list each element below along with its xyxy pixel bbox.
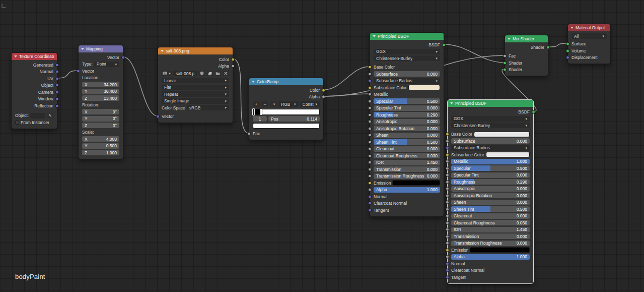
input-socket[interactable] (446, 235, 449, 238)
node-image-texture[interactable]: salt-008.png ColorAlpha ▾ salt-008.png (158, 47, 233, 123)
stop-index-field[interactable]: 1 (253, 116, 267, 122)
input-socket[interactable] (446, 248, 449, 252)
node-wire[interactable] (548, 43, 567, 47)
node-header[interactable]: Material Output (568, 24, 610, 31)
output-socket[interactable] (442, 43, 446, 46)
slider-clearcoat-roughness[interactable]: Clearcoat Roughness0.030 (451, 220, 530, 225)
slider-ior[interactable]: IOR1.450 (374, 160, 440, 165)
input-socket[interactable] (368, 127, 372, 130)
node-wire[interactable] (324, 67, 370, 90)
input-socket[interactable] (446, 275, 449, 279)
node-header[interactable]: ColorRamp (249, 78, 323, 85)
input-socket[interactable] (368, 188, 372, 192)
collapse-triangle-icon[interactable] (161, 50, 164, 52)
input-socket[interactable] (368, 161, 372, 164)
slider-y[interactable]: Y0° (82, 116, 119, 122)
output-socket[interactable] (55, 84, 59, 87)
node-principled-bsdf-1[interactable]: Principled BSDF BSDFGGX▾Christensen-Burl… (370, 32, 444, 217)
remove-stop-button[interactable]: − (261, 101, 268, 107)
input-socket[interactable] (566, 49, 569, 52)
node-header[interactable]: Principled BSDF (370, 33, 444, 40)
input-socket[interactable] (446, 269, 449, 272)
unlink-image-button[interactable] (223, 71, 229, 76)
menu-single-image[interactable]: Single Image▾ (162, 98, 229, 104)
collapse-triangle-icon[interactable] (252, 81, 255, 83)
interpolation-dropdown[interactable]: Constant ▾ (300, 101, 320, 107)
menu-linear[interactable]: Linear▾ (162, 78, 229, 83)
input-socket[interactable] (446, 221, 449, 224)
input-socket[interactable] (368, 99, 372, 103)
ramp-stop[interactable] (252, 108, 255, 115)
slider-y[interactable]: Y-0.500 (82, 143, 119, 149)
slider-transmission[interactable]: Transmission0.000 (451, 233, 530, 239)
color-swatch-base-color[interactable] (474, 132, 530, 137)
input-socket[interactable] (446, 187, 449, 191)
menu-christensen-burley[interactable]: Christensen-Burley▾ (451, 123, 530, 128)
input-socket[interactable] (446, 228, 449, 231)
stop-position-slider[interactable]: Pos 0.114 (268, 116, 320, 122)
menu-subsurface-radius[interactable]: Subsurface Radius▾ (451, 145, 530, 151)
output-socket[interactable] (55, 90, 59, 94)
eyedropper-button[interactable]: ✎ (47, 113, 53, 119)
input-socket[interactable] (368, 174, 372, 178)
output-socket[interactable] (322, 95, 325, 99)
input-socket[interactable] (368, 66, 372, 69)
input-socket[interactable] (446, 173, 449, 177)
slider-clearcoat[interactable]: Clearcoat0.000 (451, 213, 530, 219)
input-socket[interactable] (368, 181, 372, 185)
slider-x[interactable]: X0° (82, 109, 119, 114)
output-socket[interactable] (55, 97, 59, 101)
color-swatch-emission[interactable] (392, 180, 440, 186)
node-colorramp[interactable]: ColorRamp ColorAlpha + − ▾ RGB ▾ Constan… (249, 78, 324, 140)
slider-transmission[interactable]: Transmission0.000 (374, 166, 440, 172)
slider-alpha[interactable]: Alpha1.000 (451, 254, 530, 260)
slider-transmission-roughness[interactable]: Transmission Roughness0.000 (374, 173, 440, 179)
slider-anisotropic-rotation[interactable]: Anisotropic Rotation0.000 (451, 193, 530, 198)
input-socket[interactable] (368, 113, 372, 116)
input-socket[interactable] (368, 72, 372, 76)
node-header[interactable]: Texture Coordinate (12, 53, 57, 60)
slider-roughness[interactable]: Roughness0.290 (374, 112, 440, 118)
output-socket[interactable] (532, 110, 535, 113)
input-socket[interactable] (368, 79, 372, 83)
stop-color-swatch[interactable] (253, 123, 320, 129)
slider-transmission-roughness[interactable]: Transmission Roughness0.000 (451, 241, 530, 246)
ramp-stop-selected[interactable] (260, 108, 262, 115)
slider-specular-tint[interactable]: Specular Tint0.000 (451, 172, 530, 178)
input-socket[interactable] (446, 153, 449, 156)
input-socket[interactable] (446, 242, 449, 245)
input-socket[interactable] (446, 133, 449, 136)
slider-anisotropic-rotation[interactable]: Anisotropic Rotation0.000 (374, 126, 440, 131)
slider-sheen[interactable]: Sheen0.000 (374, 133, 440, 138)
node-header[interactable]: Mapping (79, 45, 123, 52)
input-socket[interactable] (446, 262, 449, 265)
input-socket[interactable] (368, 106, 372, 110)
slider-specular[interactable]: Specular0.500 (451, 165, 530, 171)
node-wire[interactable] (123, 57, 158, 116)
input-socket[interactable] (368, 208, 372, 212)
node-header[interactable]: salt-008.png (158, 47, 233, 54)
collapse-triangle-icon[interactable] (81, 48, 84, 50)
input-socket[interactable] (446, 255, 449, 259)
color-swatch-subsurface-color[interactable] (408, 85, 440, 90)
output-socket[interactable] (322, 88, 325, 92)
color-swatch-emission[interactable] (470, 247, 530, 253)
node-header[interactable]: Principled BSDF (448, 100, 533, 107)
node-header[interactable]: Mix Shader (505, 35, 548, 42)
open-image-button[interactable] (214, 71, 221, 76)
input-socket[interactable] (368, 93, 372, 96)
input-socket[interactable] (368, 195, 372, 198)
slider-subsurface[interactable]: Subsurface0.000 (374, 71, 440, 77)
slider-clearcoat-roughness[interactable]: Clearcoat Roughness0.030 (374, 153, 440, 158)
output-socket[interactable] (121, 55, 125, 59)
output-socket[interactable] (546, 45, 550, 49)
output-socket[interactable] (55, 63, 59, 67)
menu-christensen-burley[interactable]: Christensen-Burley▾ (374, 55, 440, 61)
menu-point[interactable]: Point▾ (94, 62, 119, 67)
input-socket[interactable] (446, 166, 449, 170)
node-wire[interactable] (444, 44, 505, 63)
object-field[interactable] (30, 113, 45, 119)
slider-sheen-tint[interactable]: Sheen Tint0.500 (374, 139, 440, 145)
input-socket[interactable] (446, 214, 449, 218)
color-mode-dropdown[interactable]: RGB ▾ (278, 101, 299, 107)
